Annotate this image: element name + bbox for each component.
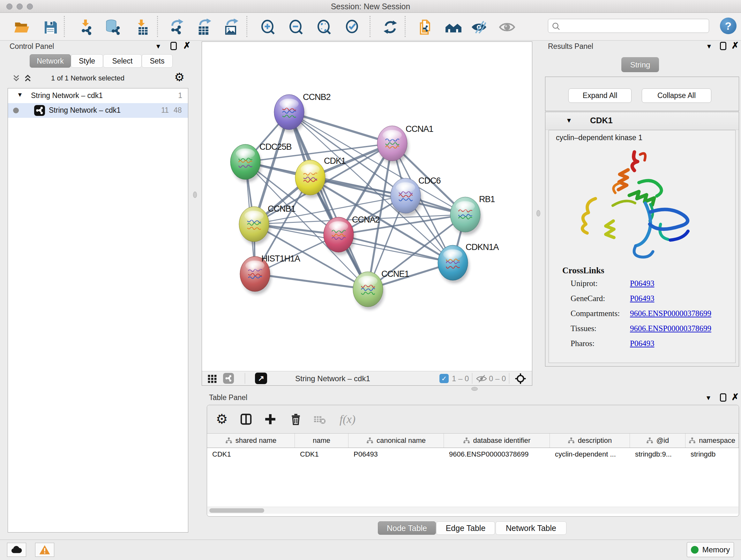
network-node-CDKN1A[interactable] (438, 245, 469, 283)
apply-layout-button[interactable] (382, 18, 399, 36)
import-network-database-button[interactable] (105, 18, 122, 36)
control-panel-menu-button[interactable]: ▼ (155, 43, 161, 50)
zoom-out-button[interactable] (287, 18, 305, 36)
tab-node-table[interactable]: Node Table (378, 521, 436, 535)
function-builder-button[interactable]: f(x) (335, 411, 360, 428)
network-icon-button[interactable] (223, 373, 234, 384)
left-splitter-handle[interactable] (193, 192, 197, 198)
hide-glass-button[interactable] (470, 18, 488, 36)
right-splitter-handle[interactable] (536, 210, 540, 216)
tab-edge-table[interactable]: Edge Table (436, 521, 495, 535)
results-panel-float-button[interactable] (720, 42, 726, 51)
network-node-CCNA1[interactable] (377, 126, 408, 164)
tab-style[interactable]: Style (71, 54, 103, 68)
export-image-button[interactable] (223, 18, 240, 36)
zoom-selected-button[interactable] (344, 18, 361, 36)
birds-eye-view-button[interactable] (515, 373, 526, 386)
delete-column-button[interactable] (287, 411, 304, 428)
network-edge[interactable] (255, 274, 368, 289)
save-session-button[interactable] (42, 18, 59, 36)
network-canvas[interactable]: CCNB2CCNA1CDC25BCDK1CDC6RB1CCNB1CCNA2CDK… (202, 42, 532, 371)
memory-button[interactable]: Memory (687, 542, 734, 557)
table-cell[interactable]: CDK1 (207, 448, 295, 461)
copy-network-button[interactable] (417, 18, 434, 36)
hidden-elements-button[interactable] (476, 374, 487, 384)
import-table-button[interactable] (133, 18, 151, 36)
table-options-button[interactable]: ⚙ (213, 411, 230, 428)
table-cell[interactable]: stringdb (685, 448, 739, 461)
tab-sets[interactable]: Sets (142, 54, 173, 68)
table-panel-float-button[interactable] (720, 393, 726, 403)
selected-checkbox[interactable]: ✓ (440, 374, 449, 383)
network-list-options-button[interactable]: ⚙ (174, 71, 185, 83)
network-node-CDK1[interactable] (295, 160, 327, 198)
network-edge[interactable] (289, 112, 368, 289)
crosslink-tissues-link[interactable]: 9606.ENSP00000378699 (630, 324, 711, 333)
delete-table-button[interactable] (311, 411, 328, 428)
show-columns-button[interactable] (238, 411, 254, 428)
column-header-shared-name[interactable]: shared name (207, 434, 295, 448)
scrollbar-thumb[interactable] (209, 508, 264, 513)
column-header-description[interactable]: description (550, 434, 630, 448)
open-session-button[interactable] (13, 18, 30, 36)
control-panel-float-button[interactable] (171, 42, 177, 51)
table-cell[interactable]: CDK1 (295, 448, 348, 461)
help-button[interactable]: ? (720, 17, 737, 34)
tab-network[interactable]: Network (30, 54, 71, 68)
table-cell[interactable]: cyclin-dependent ... (550, 448, 630, 461)
column-header-name[interactable]: name (295, 434, 348, 448)
cloud-status-button[interactable] (7, 543, 26, 557)
export-table-button[interactable] (196, 18, 213, 36)
entry-expander-icon[interactable]: ▼ (566, 117, 572, 124)
import-network-file-button[interactable] (77, 18, 95, 36)
crosslink-pharos-link[interactable]: P06493 (630, 339, 654, 348)
crosslink-uniprot-link[interactable]: P06493 (630, 279, 654, 288)
tab-network-table[interactable]: Network Table (495, 521, 566, 535)
crosslink-compartments-link[interactable]: 9606.ENSP00000378699 (630, 309, 711, 318)
zoom-fit-button[interactable] (316, 18, 333, 36)
network-node-CCNB2[interactable] (274, 95, 306, 132)
column-header-canonical-name[interactable]: canonical name (348, 434, 444, 448)
crosslink-genecard-link[interactable]: P06493 (630, 294, 654, 303)
results-panel-title: Results Panel (548, 42, 593, 51)
expand-all-button[interactable]: Expand All (568, 88, 631, 103)
tab-string[interactable]: String (621, 57, 659, 72)
network-row-selected[interactable]: String Network – cdk1 11 48 (8, 103, 188, 118)
results-panel-menu-button[interactable]: ▼ (706, 43, 712, 50)
show-glass-button[interactable] (498, 18, 516, 36)
network-node-CCNA2[interactable] (324, 217, 355, 255)
column-header-database-identifier[interactable]: database identifier (444, 434, 550, 448)
tab-select[interactable]: Select (103, 54, 142, 68)
bottom-splitter-handle[interactable] (471, 387, 478, 391)
string-home-button[interactable] (445, 18, 462, 36)
network-node-RB1[interactable] (450, 197, 482, 235)
table-cell[interactable]: P06493 (348, 448, 444, 461)
network-node-CCNB1[interactable] (239, 206, 270, 245)
eye-slash-small-icon (476, 374, 487, 383)
network-collection-row[interactable]: ▼ String Network – cdk1 1 (8, 88, 188, 103)
network-node-CDC25B[interactable] (230, 144, 262, 182)
table-panel-close-button[interactable]: ✗ (731, 393, 739, 401)
detach-view-button[interactable]: ↗ (255, 373, 267, 384)
grid-view-button[interactable] (207, 374, 217, 385)
warnings-button[interactable] (35, 543, 54, 557)
gene-entry-header[interactable]: ▼ CDK1 (545, 112, 739, 130)
network-node-CDC6[interactable] (391, 178, 422, 216)
table-panel-menu-button[interactable]: ▼ (705, 395, 712, 401)
table-cell[interactable]: stringdb:9... (630, 448, 685, 461)
horizontal-scrollbar[interactable] (207, 507, 738, 514)
table-row[interactable]: CDK1CDK1P064939606.ENSP00000378699cyclin… (207, 448, 739, 461)
results-panel-close-button[interactable]: ✗ (731, 41, 739, 50)
create-column-button[interactable] (262, 411, 279, 428)
export-network-button[interactable] (169, 18, 186, 36)
network-node-CCNE1[interactable] (353, 272, 384, 310)
control-panel-close-button[interactable]: ✗ (183, 41, 191, 50)
column-header-namespace[interactable]: namespace (685, 434, 739, 448)
tree-expander-icon[interactable]: ▼ (17, 91, 23, 98)
collapse-all-button[interactable]: Collapse All (642, 88, 711, 103)
zoom-in-button[interactable] (259, 18, 277, 36)
search-input[interactable] (563, 20, 706, 32)
column-header-@id[interactable]: @id (630, 434, 685, 448)
columns-icon (240, 413, 253, 426)
table-cell[interactable]: 9606.ENSP00000378699 (444, 448, 550, 461)
